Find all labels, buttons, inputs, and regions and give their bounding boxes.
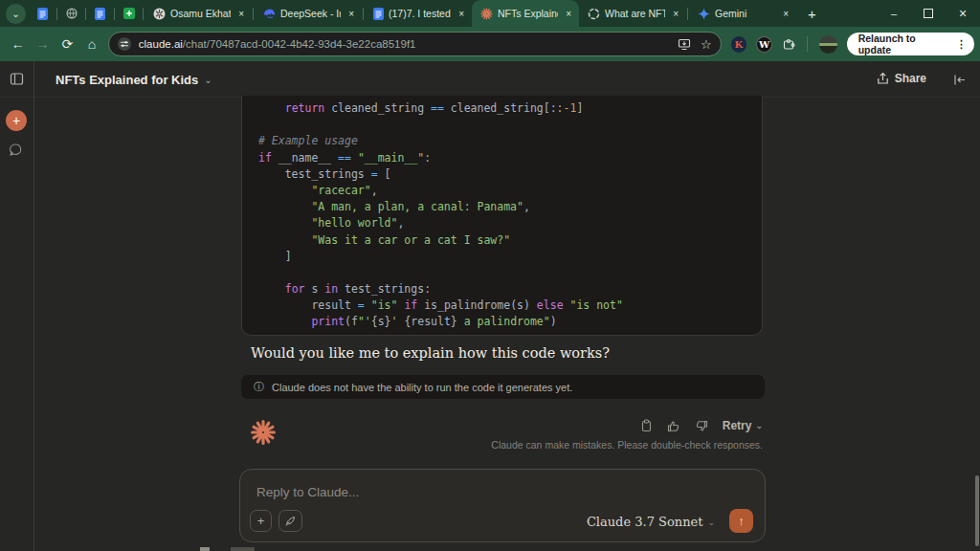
thumbs-up-icon[interactable]: [667, 420, 680, 432]
tab-close-icon[interactable]: ×: [235, 9, 247, 19]
code-token: test_strings: [258, 167, 371, 181]
code-token: "__main__": [358, 151, 424, 165]
code-token: ]: [258, 250, 292, 263]
browser-window: ⌄ Osamu Ekhator×DeepSeek - Int×(17)7. I …: [0, 0, 980, 551]
code-token: cleaned_string[::: [444, 101, 564, 115]
install-app-icon[interactable]: [678, 38, 691, 51]
code-token: "A man, a plan, a canal: Panama": [311, 200, 523, 213]
scrollbar-thumb[interactable]: [975, 475, 979, 546]
relaunch-label: Relaunch to update: [858, 33, 949, 55]
chat-title[interactable]: NFTs Explained for Kids ⌄: [56, 73, 212, 87]
code-line: [258, 117, 762, 133]
code-token: test_strings:: [338, 282, 431, 296]
tab-list: Osamu Ekhator×DeepSeek - Int×(17)7. I te…: [145, 0, 796, 27]
sidebar-toggle-icon[interactable]: [10, 72, 24, 90]
collapse-panel-icon[interactable]: [953, 73, 967, 90]
tab-close-icon[interactable]: ×: [456, 9, 467, 19]
code-token: [564, 298, 570, 312]
home-button[interactable]: ⌂: [79, 32, 104, 56]
extension-w-icon[interactable]: W: [756, 36, 772, 53]
reply-placeholder: Reply to Claude...: [256, 485, 359, 499]
maximize-button[interactable]: [911, 0, 946, 27]
code-line: "Was it a car or a cat I saw?": [258, 232, 762, 249]
code-token: "is": [371, 298, 398, 312]
tab-search-button[interactable]: ⌄: [6, 4, 26, 24]
menu-dots-icon[interactable]: ⋮: [956, 38, 967, 51]
code-line: "hello world",: [258, 215, 762, 231]
code-token: [258, 184, 311, 197]
tab-close-icon[interactable]: ×: [670, 9, 681, 19]
tab-deepseek-int[interactable]: DeepSeek - Int×: [255, 0, 362, 27]
code-token: if: [258, 151, 272, 165]
code-token: [258, 216, 311, 230]
tab-label: What are NFTs: [605, 8, 665, 19]
claude-starburst-logo: [250, 419, 277, 450]
extensions-puzzle-icon[interactable]: [782, 37, 795, 51]
tab-nfts-explained[interactable]: NFTs Explained×: [472, 0, 579, 27]
code-token: "': [358, 315, 371, 328]
tab-close-icon[interactable]: ×: [780, 9, 791, 19]
tab-label: NFTs Explained: [498, 8, 558, 19]
relaunch-button[interactable]: Relaunch to update⋮: [847, 33, 974, 55]
forward-button[interactable]: →: [31, 32, 56, 56]
reload-button[interactable]: ⟳: [55, 32, 79, 56]
tab-label: Osamu Ekhator: [170, 8, 231, 19]
tab-gemini[interactable]: Gemini×: [689, 0, 796, 27]
chat-title-label: NFTs Explained for Kids: [56, 73, 198, 87]
model-selector[interactable]: Claude 3.7 Sonnet ⌄: [587, 515, 715, 529]
tab-osamu-ekhator[interactable]: Osamu Ekhator×: [145, 0, 252, 27]
code-line: [258, 265, 762, 281]
extension-k-icon[interactable]: K: [731, 36, 747, 53]
site-settings-icon[interactable]: [118, 37, 131, 51]
tab-17-7-i-tested-c[interactable]: (17)7. I tested C×: [365, 0, 472, 27]
message-actions: Retry ⌄: [640, 419, 763, 432]
code-token: [258, 200, 311, 213]
back-button[interactable]: ←: [6, 32, 31, 56]
copy-icon[interactable]: [640, 419, 653, 432]
new-chat-button[interactable]: +: [6, 110, 27, 131]
profile-avatar[interactable]: [819, 35, 837, 54]
tab-separator: [253, 8, 254, 20]
attach-button[interactable]: +: [250, 510, 272, 532]
address-bar[interactable]: claude.ai/chat/70487acd-0042-4b42-93d4-3…: [108, 32, 722, 56]
tab-separator: [143, 8, 144, 20]
code-token: "racecar": [311, 184, 370, 197]
tab-what-are-nfts[interactable]: What are NFTs×: [579, 0, 686, 27]
share-button[interactable]: Share: [877, 72, 926, 85]
code-token: result: [258, 298, 358, 312]
code-token: cleaned_string: [324, 101, 431, 115]
code-token: ,: [371, 184, 378, 197]
site-flower-icon: [153, 8, 166, 20]
tab-separator: [363, 8, 364, 20]
globe-icon[interactable]: [58, 2, 84, 25]
style-quill-button[interactable]: [278, 510, 302, 532]
google-docs-icon[interactable]: [87, 2, 113, 25]
info-icon: ⓘ: [254, 380, 264, 394]
thumbs-down-icon[interactable]: [695, 420, 708, 432]
google-docs-icon[interactable]: [30, 2, 56, 25]
tab-close-icon[interactable]: ×: [563, 9, 574, 19]
green-plus-icon[interactable]: [116, 2, 142, 25]
minimize-button[interactable]: –: [877, 0, 911, 27]
code-token: {s}: [371, 315, 391, 328]
deepseek-whale-icon: [263, 8, 276, 19]
code-token: return: [285, 101, 325, 115]
chats-icon[interactable]: [9, 143, 23, 161]
tab-close-icon[interactable]: ×: [345, 9, 357, 19]
retry-label: Retry: [723, 419, 752, 432]
retry-button[interactable]: Retry ⌄: [723, 419, 763, 432]
code-line: for s in test_strings:: [258, 281, 762, 298]
claude-header: NFTs Explained for Kids ⌄ Share: [0, 61, 980, 98]
code-line: ]: [258, 249, 762, 265]
code-token: "hello world": [311, 216, 397, 230]
new-tab-button[interactable]: +: [804, 6, 820, 22]
url-path: /chat/70487acd-0042-4b42-93d4-3e22ca8519…: [183, 38, 416, 50]
send-button[interactable]: ↑: [729, 509, 753, 533]
url-domain: claude.ai: [139, 38, 183, 50]
code-token: [258, 282, 285, 296]
bookmark-star-icon[interactable]: ☆: [701, 37, 712, 52]
close-button[interactable]: ×: [946, 0, 980, 27]
claude-starburst-icon: [480, 8, 493, 20]
reply-input[interactable]: Reply to Claude... + Claude 3.7 Sonnet ⌄…: [239, 469, 766, 542]
code-token: if: [404, 298, 417, 312]
